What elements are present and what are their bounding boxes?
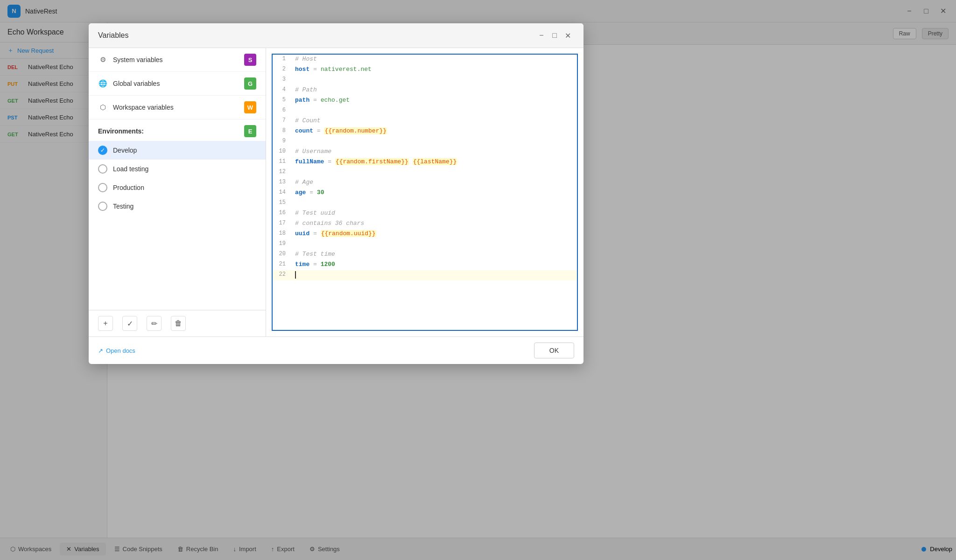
code-line-7: 7 # Count [273, 116, 577, 126]
line-content-21: time = 1200 [291, 260, 577, 269]
line-content-14: age = 30 [291, 188, 577, 197]
line-num-6: 6 [273, 106, 291, 113]
line-content-4: # Path [291, 85, 577, 94]
code-line-20: 20 # Test time [273, 250, 577, 260]
line-num-1: 1 [273, 55, 291, 62]
code-line-2: 2 host = nativerest.net [273, 65, 577, 75]
line-content-2: host = nativerest.net [291, 65, 577, 74]
line-content-8: count = {{random.number}} [291, 126, 577, 135]
workspace-variables-label: Workspace variables [113, 104, 174, 111]
env-develop-label: Develop [113, 147, 137, 154]
code-line-14: 14 age = 30 [273, 188, 577, 198]
open-docs-link[interactable]: ↗ Open docs [98, 347, 135, 354]
cursor [295, 271, 296, 279]
external-link-icon: ↗ [98, 347, 103, 354]
global-badge: G [244, 77, 256, 90]
line-num-5: 5 [273, 96, 291, 103]
line-content-15 [291, 198, 577, 200]
modal-body: ⚙ System variables S 🌐 Global variables … [89, 48, 583, 336]
line-num-22: 22 [273, 270, 291, 278]
modal-close-button[interactable]: ✕ [561, 29, 574, 42]
line-num-19: 19 [273, 239, 291, 247]
ok-button[interactable]: OK [534, 343, 574, 358]
line-content-7: # Count [291, 116, 577, 125]
code-line-15: 15 [273, 198, 577, 209]
testing-check-icon [98, 202, 107, 211]
line-num-14: 14 [273, 188, 291, 196]
template-lastname: {{lastName}} [413, 158, 457, 165]
global-variables-item[interactable]: 🌐 Global variables G [89, 72, 266, 96]
environments-badge: E [244, 125, 256, 137]
line-content-20: # Test time [291, 250, 577, 259]
line-content-17: # contains 36 chars [291, 219, 577, 228]
template-random-number: {{random.number}} [324, 127, 387, 134]
code-line-10: 10 # Username [273, 147, 577, 157]
value-time: 1200 [321, 261, 335, 268]
line-content-11: fullName = {{random.firstName}} {{lastNa… [291, 157, 577, 166]
variables-modal: Variables − □ ✕ ⚙ System variables S [89, 23, 583, 364]
vars-sidebar-footer: + ✓ ✏ 🗑 [89, 310, 266, 336]
env-load-testing[interactable]: Load testing [89, 160, 266, 178]
code-line-1: 1 # Host [273, 55, 577, 65]
line-content-18: uuid = {{random.uuid}} [291, 229, 577, 238]
line-content-12 [291, 168, 577, 169]
edit-env-button[interactable]: ✏ [147, 316, 162, 331]
code-line-11: 11 fullName = {{random.firstName}} {{las… [273, 157, 577, 168]
workspace-variables-item[interactable]: ⬡ Workspace variables W [89, 96, 266, 119]
modal-overlay: Variables − □ ✕ ⚙ System variables S [0, 0, 956, 560]
delete-env-button[interactable]: 🗑 [171, 316, 186, 331]
template-uuid: {{random.uuid}} [321, 230, 376, 237]
env-production-label: Production [113, 184, 144, 191]
modal-minimize-button[interactable]: − [535, 29, 548, 42]
develop-check-icon: ✓ [98, 146, 107, 155]
line-content-1: # Host [291, 55, 577, 63]
code-area[interactable]: 1 # Host 2 host = nativerest.net [272, 54, 578, 331]
key-age: age [295, 189, 306, 196]
code-line-5: 5 path = echo.get [273, 96, 577, 106]
code-line-12: 12 [273, 168, 577, 178]
system-variables-label: System variables [113, 56, 163, 63]
code-line-8: 8 count = {{random.number}} [273, 126, 577, 137]
key-fullname: fullName [295, 158, 324, 165]
key-host: host [295, 66, 309, 73]
line-content-22 [291, 270, 577, 280]
load-testing-check-icon [98, 164, 107, 174]
value-host: nativerest.net [321, 66, 372, 73]
code-line-13: 13 # Age [273, 178, 577, 188]
line-content-16: # Test uuid [291, 209, 577, 217]
line-num-7: 7 [273, 116, 291, 124]
key-path: path [295, 97, 309, 104]
line-num-4: 4 [273, 85, 291, 93]
env-testing[interactable]: Testing [89, 197, 266, 216]
production-check-icon [98, 183, 107, 192]
modal-maximize-button[interactable]: □ [548, 29, 561, 42]
system-variables-item[interactable]: ⚙ System variables S [89, 48, 266, 72]
workspace-badge: W [244, 101, 256, 113]
env-production[interactable]: Production [89, 178, 266, 197]
code-editor: 1 # Host 2 host = nativerest.net [266, 48, 583, 336]
check-env-button[interactable]: ✓ [122, 316, 137, 331]
env-develop[interactable]: ✓ Develop [89, 141, 266, 160]
code-line-4: 4 # Path [273, 85, 577, 96]
modal-footer: ↗ Open docs OK [89, 336, 583, 364]
environments-section: Environments: E [89, 119, 266, 141]
code-line-19: 19 [273, 239, 577, 250]
environments-label: Environments: [98, 127, 144, 135]
global-variables-label: Global variables [113, 80, 160, 87]
line-content-13: # Age [291, 178, 577, 187]
line-num-18: 18 [273, 229, 291, 237]
line-num-16: 16 [273, 209, 291, 216]
modal-title: Variables [98, 31, 535, 40]
line-num-21: 21 [273, 260, 291, 267]
key-count: count [295, 127, 313, 134]
line-num-13: 13 [273, 178, 291, 185]
add-env-button[interactable]: + [98, 316, 113, 331]
value-age: 30 [317, 189, 324, 196]
key-uuid: uuid [295, 230, 309, 237]
key-time: time [295, 261, 309, 268]
env-testing-label: Testing [113, 203, 134, 210]
line-content-6 [291, 106, 577, 108]
line-num-11: 11 [273, 157, 291, 165]
line-num-17: 17 [273, 219, 291, 226]
line-num-9: 9 [273, 137, 291, 144]
